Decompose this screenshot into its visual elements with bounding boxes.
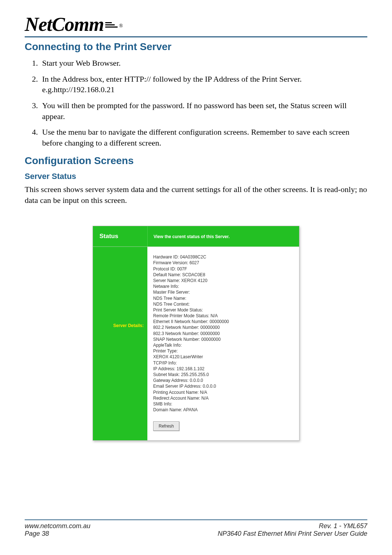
server-details-content: Hardware ID: 04A0398C2CFirmware Version:… [147, 247, 299, 440]
steps-list: Start your Web Browser. In the Address b… [25, 58, 367, 148]
heading-config: Configuration Screens [25, 155, 367, 167]
server-detail-line: Ethernet II Network Number: 00000000 [153, 319, 293, 325]
step-item: You will then be prompted for the passwo… [40, 100, 367, 122]
server-detail-line: Protocol ID: 007F [153, 266, 293, 272]
brand-name: NetComm [25, 15, 104, 34]
server-detail-line: Server Name: XEROX 4120 [153, 278, 293, 283]
server-details-label: Server Details: [93, 247, 147, 440]
header-rule [25, 36, 367, 37]
server-detail-line: SMB Info: [153, 401, 293, 407]
server-detail-line: XEROX 4120:LaserWriter [153, 354, 293, 360]
brand-logo: NetComm ® [25, 15, 367, 34]
status-title: Status [93, 226, 147, 246]
server-status-desc: This screen shows server system data and… [25, 184, 367, 205]
footer-rule [25, 519, 367, 520]
server-detail-line: Gateway Address: 0.0.0.0 [153, 378, 293, 383]
server-detail-line: 802.2 Network Number: 00000000 [153, 325, 293, 330]
footer-url: www.netcomm.com.au [25, 522, 90, 530]
step-item: Use the menu bar to navigate the differe… [40, 127, 367, 148]
step-item: In the Address box, enter HTTP:// follow… [40, 74, 367, 95]
page-footer: www.netcomm.com.au Rev. 1 - YML657 Page … [25, 516, 367, 538]
server-detail-line: Master File Server: [153, 289, 293, 295]
brand-lines-icon [105, 22, 118, 28]
server-detail-line: Domain Name: APANA [153, 407, 293, 413]
server-detail-line: AppleTalk Info: [153, 342, 293, 348]
status-subtitle: View the curent status of this Server. [147, 226, 299, 246]
server-detail-line: Printing Account Name: N/A [153, 389, 293, 395]
server-detail-line: Netware Info: [153, 283, 293, 289]
server-detail-line: 802.3 Network Number: 00000000 [153, 331, 293, 336]
registered-mark: ® [119, 23, 123, 29]
heading-connecting: Connecting to the Print Server [25, 41, 367, 53]
heading-server-status: Server Status [25, 172, 367, 181]
footer-guide: NP3640 Fast Ethernet Mini Print Server U… [218, 530, 367, 538]
status-screenshot: Status View the curent status of this Se… [93, 226, 299, 441]
server-detail-line: Default Name: SCDAC0E8 [153, 272, 293, 278]
footer-rev: Rev. 1 - YML657 [319, 522, 367, 530]
server-detail-line: Print Server Mode Status: [153, 307, 293, 313]
server-detail-line: SNAP Network Number: 00000000 [153, 336, 293, 342]
server-detail-line: NDS Tree Context: [153, 301, 293, 307]
server-detail-line: TCP/IP Info: [153, 360, 293, 366]
server-detail-line: Printer Type: [153, 348, 293, 354]
server-detail-line: Redirect Account Name: N/A [153, 395, 293, 401]
server-detail-line: Remote Printer Mode Status: N/A [153, 313, 293, 319]
step-item: Start your Web Browser. [40, 58, 367, 69]
server-detail-line: NDS Tree Name: [153, 295, 293, 301]
refresh-button[interactable]: Refresh [153, 421, 179, 431]
footer-page: Page 38 [25, 530, 49, 538]
server-detail-line: Hardware ID: 04A0398C2C [153, 254, 293, 260]
server-detail-line: IP Address: 192.168.1.102 [153, 366, 293, 372]
server-detail-line: Firmware Version: 6027 [153, 260, 293, 266]
server-detail-line: Subnet Mask: 255.255.255.0 [153, 372, 293, 378]
server-detail-line: Email Server IP Address: 0.0.0.0 [153, 383, 293, 389]
